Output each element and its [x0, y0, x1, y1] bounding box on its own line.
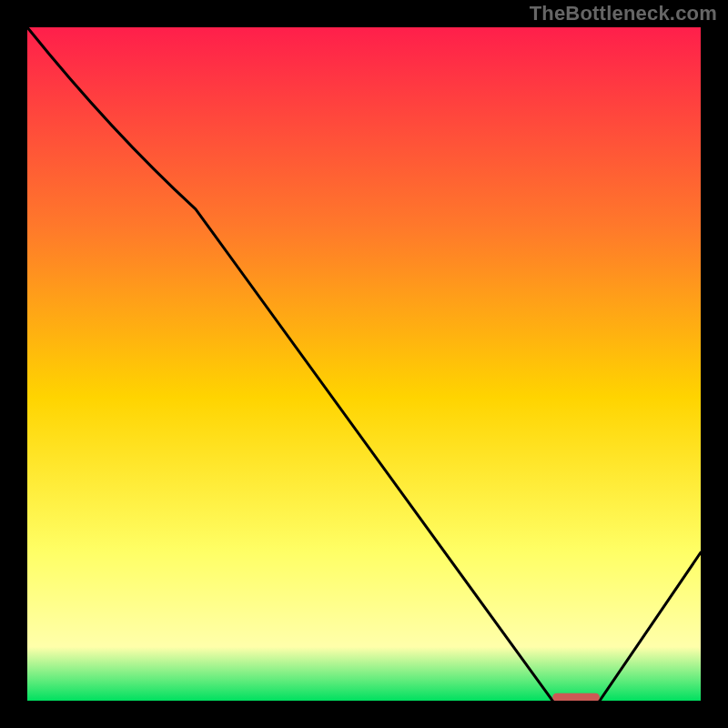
chart-svg	[27, 27, 701, 701]
chart-container: TheBottleneck.com	[0, 0, 728, 728]
watermark-text: TheBottleneck.com	[530, 2, 717, 25]
plot-area	[27, 27, 701, 701]
gradient-background	[27, 27, 701, 701]
optimal-marker	[552, 693, 600, 701]
